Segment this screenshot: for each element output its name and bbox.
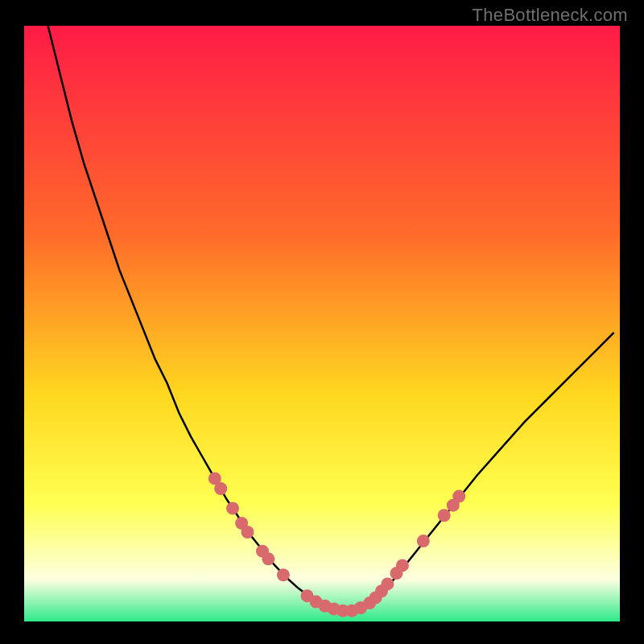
- data-dot: [452, 490, 465, 503]
- chart-frame: [24, 26, 620, 621]
- data-dot: [396, 559, 409, 572]
- data-dot: [381, 577, 394, 590]
- data-dot: [242, 526, 254, 539]
- data-dot: [277, 568, 290, 581]
- gradient-background: [24, 26, 620, 621]
- data-dot: [417, 535, 430, 547]
- data-dot: [214, 482, 227, 495]
- data-dot: [262, 552, 275, 565]
- data-dot: [438, 509, 451, 522]
- bottleneck-chart: [24, 26, 620, 621]
- data-dot: [226, 502, 239, 514]
- watermark-text: TheBottleneck.com: [473, 5, 628, 26]
